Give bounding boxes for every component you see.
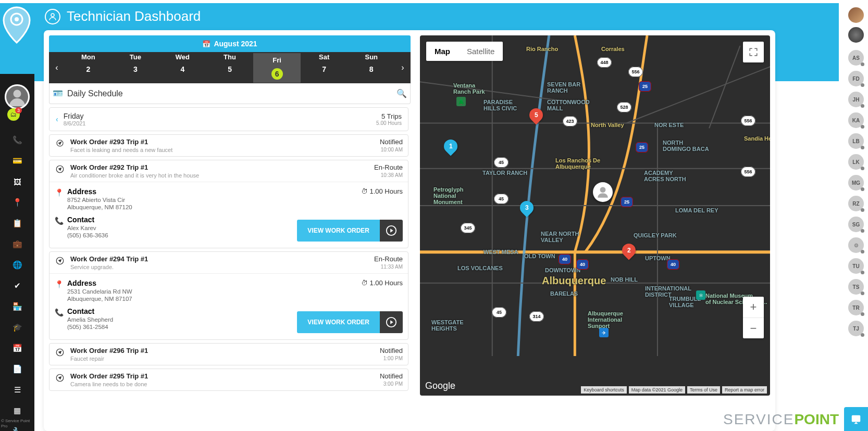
notification-badge[interactable]: 🗂 3 [7, 108, 20, 121]
store-icon[interactable]: 🏪 [13, 302, 22, 311]
day-fri[interactable]: Fri6 [253, 53, 301, 83]
svg-rect-12 [852, 415, 861, 422]
month-label: August 2021 [214, 40, 257, 48]
work-order-card[interactable]: Work Order #296 Trip #1 Faucet repair No… [49, 343, 408, 365]
map-tech-avatar[interactable] [593, 182, 613, 202]
image-icon[interactable]: 🖼 [13, 177, 22, 186]
chat-contact[interactable]: TS [848, 279, 864, 295]
content-card: 📅 August 2021 ‹ Mon2Tue3Wed4Thu5Fri6Sat7… [44, 30, 775, 431]
zoom-out-button[interactable]: − [743, 318, 764, 338]
map-credit[interactable]: Report a map error [722, 386, 767, 394]
chat-rail: ASFDJHKALBLKMGRZSG⚙TUTSTRTJ [844, 7, 868, 336]
map-credit[interactable]: Keyboard shortcuts [581, 386, 627, 394]
map-label: UPTOWN [645, 255, 671, 261]
nav-icon [55, 372, 65, 383]
day-thu[interactable]: Thu5 [206, 53, 254, 83]
play-button[interactable] [380, 311, 403, 333]
day-wed[interactable]: Wed4 [159, 53, 206, 83]
prev-week-button[interactable]: ‹ [49, 63, 65, 72]
chat-contact[interactable]: FD [848, 71, 864, 86]
wo-title: Work Order #292 Trip #1 [70, 163, 369, 171]
schedule-list: ‹ Friday 8/6/2021 5 Trips 5.00 Hours Wor… [49, 104, 411, 421]
road-shield: 25 [621, 197, 633, 207]
airport-icon: ✈ [599, 328, 609, 337]
map-label: Sandia Heights [744, 135, 770, 142]
chat-avatar-2[interactable] [848, 27, 864, 43]
work-order-card[interactable]: Work Order #294 Trip #1 Service upgrade.… [49, 251, 408, 340]
contact-phone: (505) 361-2584 [67, 324, 297, 330]
avatar[interactable] [5, 84, 30, 109]
list-icon[interactable]: ☰ [13, 385, 22, 395]
chat-contact[interactable]: TJ [848, 321, 864, 336]
wo-time: 3:00 PM [380, 381, 403, 387]
chat-settings-icon[interactable]: ⚙ [848, 237, 864, 253]
map[interactable]: Rio RanchoCorralesVentanaRanch ParkSEVEN… [420, 35, 770, 396]
chat-contact[interactable]: TU [848, 258, 864, 274]
map-label: COTTONWOODMALL [547, 99, 590, 111]
pin-icon[interactable]: 📍 [13, 198, 22, 207]
road-shield: 40 [667, 259, 679, 270]
road-shield: 314 [529, 311, 544, 322]
grad-icon[interactable]: 🎓 [13, 323, 22, 332]
calendar-icon[interactable]: 📅 [13, 344, 22, 353]
brand-footer: SERVICEPOINT [723, 411, 839, 428]
zoom-in-button[interactable]: + [743, 297, 764, 318]
chat-contact[interactable]: JH [848, 92, 864, 107]
next-week-button[interactable]: › [395, 63, 411, 72]
fullscreen-button[interactable] [743, 42, 764, 62]
view-work-order-button[interactable]: VIEW WORK ORDER [297, 220, 380, 242]
road-shield: 345 [461, 223, 475, 233]
date-day: Friday [64, 112, 86, 120]
wo-time: 1:00 PM [380, 356, 403, 361]
wo-desc: Air conditioner broke and it is very hot… [70, 172, 369, 179]
chat-contact[interactable]: KA [848, 112, 864, 128]
day-sun[interactable]: Sun8 [348, 53, 395, 83]
chat-contact[interactable]: LB [848, 133, 864, 149]
wo-status: En-Route [374, 255, 403, 263]
map-type-map[interactable]: Map [426, 42, 458, 61]
back-icon[interactable]: ‹ [56, 115, 58, 123]
map-label: NEAR NORTHVALLEY [541, 231, 579, 243]
chat-avatar-1[interactable] [848, 7, 864, 23]
phone-icon[interactable]: 📞 [13, 135, 22, 145]
chat-contact[interactable]: MG [848, 175, 864, 191]
calendar-icon: 📅 [202, 40, 210, 48]
chat-contact[interactable]: SG [848, 217, 864, 232]
day-sat[interactable]: Sat7 [301, 53, 348, 83]
chat-contact[interactable]: TR [848, 300, 864, 315]
search-icon[interactable]: 🔍 [396, 88, 407, 98]
play-button[interactable] [380, 220, 403, 242]
road-shield: 448 [597, 57, 612, 68]
chat-toggle-button[interactable] [844, 407, 868, 431]
map-label: Corrales [601, 46, 625, 52]
day-tue[interactable]: Tue3 [112, 53, 159, 83]
chat-contact[interactable]: LK [848, 154, 864, 170]
doc-icon[interactable]: 📄 [13, 364, 22, 374]
work-order-card[interactable]: Work Order #293 Trip #1 Facet is leaking… [49, 134, 408, 157]
map-credit[interactable]: Map data ©2021 Google [629, 386, 685, 394]
svg-point-1 [15, 17, 19, 21]
view-work-order-button[interactable]: VIEW WORK ORDER [297, 311, 380, 333]
wo-duration: ⏱ 1.00 Hours [361, 187, 403, 195]
user-icon [45, 9, 60, 24]
globe-icon[interactable]: 🌐 [13, 260, 22, 270]
road-shield: 423 [563, 116, 577, 126]
wo-desc: Service upgrade. [70, 264, 369, 270]
daily-schedule-header: 🪪 Daily Schedule 🔍 [49, 83, 411, 104]
card-icon[interactable]: 💳 [13, 156, 22, 166]
wo-title: Work Order #296 Trip #1 [70, 347, 375, 354]
map-credit[interactable]: Terms of Use [687, 386, 720, 394]
work-order-card[interactable]: Work Order #292 Trip #1 Air conditioner … [49, 160, 408, 248]
day-mon[interactable]: Mon2 [65, 53, 112, 83]
address-line1: 2531 Candelaria Rd NW [67, 288, 361, 295]
check-icon[interactable]: ✔ [13, 281, 22, 290]
clipboard-icon[interactable]: 📋 [13, 219, 22, 228]
map-type-satellite[interactable]: Satellite [458, 42, 503, 61]
grid-icon[interactable]: ▦ [13, 406, 22, 415]
briefcase-icon[interactable]: 💼 [13, 239, 22, 249]
chat-contact[interactable]: AS [848, 50, 864, 66]
work-order-card[interactable]: Work Order #295 Trip #1 Camera line need… [49, 369, 408, 391]
road-shield: 25 [636, 142, 648, 153]
chat-contact[interactable]: RZ [848, 196, 864, 211]
map-label: LOS VOLCANES [457, 265, 503, 271]
